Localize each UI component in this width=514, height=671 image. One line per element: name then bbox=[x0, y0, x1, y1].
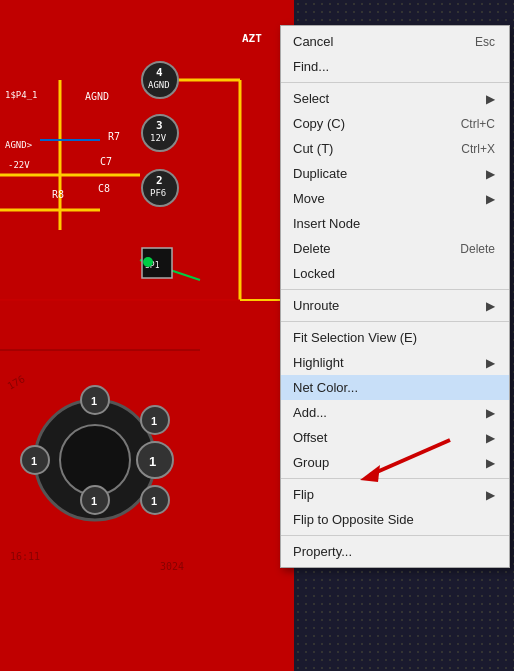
menu-separator bbox=[281, 82, 509, 83]
menu-item-offset[interactable]: Offset▶ bbox=[281, 425, 509, 450]
menu-item-property[interactable]: Property... bbox=[281, 539, 509, 564]
menu-item-shortcut-cut: Ctrl+X bbox=[461, 142, 495, 156]
svg-text:12V: 12V bbox=[150, 133, 167, 143]
menu-item-label-insert_node: Insert Node bbox=[293, 216, 495, 231]
menu-item-label-net_color: Net Color... bbox=[293, 380, 495, 395]
svg-point-27 bbox=[35, 400, 155, 520]
menu-item-shortcut-cancel: Esc bbox=[475, 35, 495, 49]
menu-item-label-duplicate: Duplicate bbox=[293, 166, 476, 181]
menu-item-add[interactable]: Add...▶ bbox=[281, 400, 509, 425]
svg-text:176: 176 bbox=[6, 373, 27, 392]
svg-point-43 bbox=[143, 257, 153, 267]
menu-item-cancel[interactable]: CancelEsc bbox=[281, 29, 509, 54]
menu-separator bbox=[281, 535, 509, 536]
menu-item-cut[interactable]: Cut (T)Ctrl+X bbox=[281, 136, 509, 161]
menu-item-label-fit_selection: Fit Selection View (E) bbox=[293, 330, 495, 345]
menu-item-label-copy: Copy (C) bbox=[293, 116, 441, 131]
menu-item-label-delete: Delete bbox=[293, 241, 440, 256]
menu-item-label-flip: Flip bbox=[293, 487, 476, 502]
menu-item-arrow-group: ▶ bbox=[486, 456, 495, 470]
svg-point-19 bbox=[142, 115, 178, 151]
menu-item-label-flip_opposite: Flip to Opposite Side bbox=[293, 512, 495, 527]
menu-item-move[interactable]: Move▶ bbox=[281, 186, 509, 211]
menu-item-arrow-flip: ▶ bbox=[486, 488, 495, 502]
menu-item-label-group: Group bbox=[293, 455, 476, 470]
menu-item-highlight[interactable]: Highlight▶ bbox=[281, 350, 509, 375]
menu-item-shortcut-copy: Ctrl+C bbox=[461, 117, 495, 131]
menu-separator bbox=[281, 321, 509, 322]
svg-text:16:11: 16:11 bbox=[10, 551, 40, 562]
svg-text:C7: C7 bbox=[100, 156, 112, 167]
menu-item-label-move: Move bbox=[293, 191, 476, 206]
svg-text:AGND: AGND bbox=[148, 80, 170, 90]
menu-item-label-cancel: Cancel bbox=[293, 34, 455, 49]
svg-text:AGND: AGND bbox=[85, 91, 109, 102]
svg-text:3024: 3024 bbox=[160, 561, 184, 572]
svg-point-22 bbox=[142, 170, 178, 206]
menu-item-duplicate[interactable]: Duplicate▶ bbox=[281, 161, 509, 186]
menu-item-label-find: Find... bbox=[293, 59, 495, 74]
svg-text:R7: R7 bbox=[108, 131, 120, 142]
menu-separator bbox=[281, 478, 509, 479]
svg-text:3: 3 bbox=[156, 119, 163, 132]
menu-item-delete[interactable]: DeleteDelete bbox=[281, 236, 509, 261]
svg-line-6 bbox=[140, 260, 200, 280]
svg-text:1: 1 bbox=[31, 455, 37, 467]
menu-item-select[interactable]: Select▶ bbox=[281, 86, 509, 111]
menu-item-label-offset: Offset bbox=[293, 430, 476, 445]
menu-item-arrow-duplicate: ▶ bbox=[486, 167, 495, 181]
svg-text:1: 1 bbox=[151, 495, 157, 507]
menu-item-arrow-add: ▶ bbox=[486, 406, 495, 420]
svg-point-35 bbox=[21, 446, 49, 474]
svg-text:2: 2 bbox=[156, 174, 163, 187]
svg-text:4: 4 bbox=[156, 66, 163, 79]
menu-item-arrow-select: ▶ bbox=[486, 92, 495, 106]
svg-text:1$P4_1: 1$P4_1 bbox=[5, 90, 38, 100]
menu-item-group[interactable]: Group▶ bbox=[281, 450, 509, 475]
svg-point-31 bbox=[141, 406, 169, 434]
menu-item-arrow-offset: ▶ bbox=[486, 431, 495, 445]
svg-text:SP1: SP1 bbox=[145, 261, 160, 270]
menu-item-flip[interactable]: Flip▶ bbox=[281, 482, 509, 507]
menu-item-copy[interactable]: Copy (C)Ctrl+C bbox=[281, 111, 509, 136]
svg-text:1: 1 bbox=[91, 395, 97, 407]
svg-point-16 bbox=[142, 62, 178, 98]
menu-item-arrow-move: ▶ bbox=[486, 192, 495, 206]
menu-item-flip_opposite[interactable]: Flip to Opposite Side bbox=[281, 507, 509, 532]
menu-separator bbox=[281, 289, 509, 290]
svg-text:1: 1 bbox=[149, 454, 156, 469]
svg-point-28 bbox=[60, 425, 130, 495]
svg-text:C8: C8 bbox=[98, 183, 110, 194]
menu-item-label-select: Select bbox=[293, 91, 476, 106]
svg-text:AZT: AZT bbox=[242, 32, 262, 45]
menu-item-label-highlight: Highlight bbox=[293, 355, 476, 370]
menu-item-label-locked: Locked bbox=[293, 266, 495, 281]
svg-text:1: 1 bbox=[91, 495, 97, 507]
svg-text:1: 1 bbox=[151, 415, 157, 427]
svg-text:-22V: -22V bbox=[8, 160, 30, 170]
svg-point-39 bbox=[141, 486, 169, 514]
menu-item-label-property: Property... bbox=[293, 544, 495, 559]
svg-text:PF6: PF6 bbox=[150, 188, 166, 198]
svg-text:AGND>: AGND> bbox=[5, 140, 33, 150]
svg-point-29 bbox=[81, 386, 109, 414]
menu-item-label-add: Add... bbox=[293, 405, 476, 420]
menu-item-unroute[interactable]: Unroute▶ bbox=[281, 293, 509, 318]
menu-item-label-unroute: Unroute bbox=[293, 298, 476, 313]
menu-item-label-cut: Cut (T) bbox=[293, 141, 441, 156]
svg-text:R8: R8 bbox=[52, 189, 64, 200]
menu-item-arrow-unroute: ▶ bbox=[486, 299, 495, 313]
menu-item-arrow-highlight: ▶ bbox=[486, 356, 495, 370]
menu-item-find[interactable]: Find... bbox=[281, 54, 509, 79]
svg-rect-25 bbox=[142, 248, 172, 278]
context-menu: CancelEscFind...Select▶Copy (C)Ctrl+CCut… bbox=[280, 25, 510, 568]
svg-point-37 bbox=[81, 486, 109, 514]
menu-item-fit_selection[interactable]: Fit Selection View (E) bbox=[281, 325, 509, 350]
menu-item-insert_node[interactable]: Insert Node bbox=[281, 211, 509, 236]
menu-item-net_color[interactable]: Net Color... bbox=[281, 375, 509, 400]
menu-item-locked[interactable]: Locked bbox=[281, 261, 509, 286]
menu-item-shortcut-delete: Delete bbox=[460, 242, 495, 256]
svg-point-33 bbox=[137, 442, 173, 478]
